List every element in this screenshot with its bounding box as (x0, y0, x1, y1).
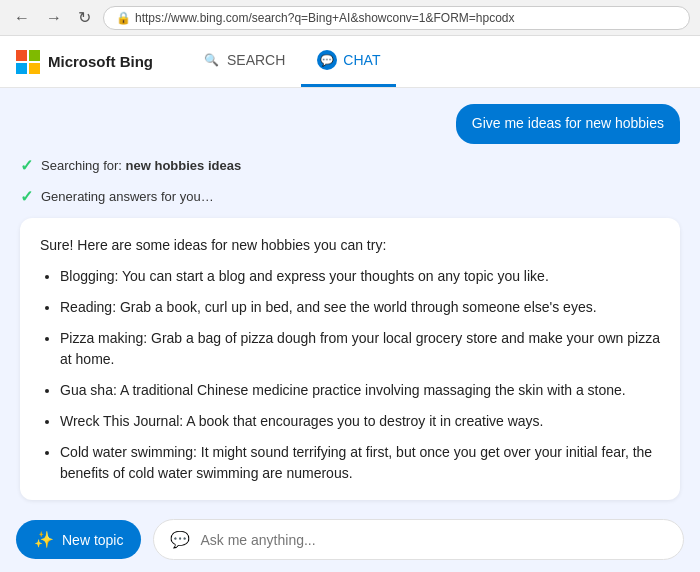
new-topic-button[interactable]: ✨ New topic (16, 520, 141, 559)
tab-chat[interactable]: 💬 CHAT (301, 36, 396, 87)
ai-intro: Sure! Here are some ideas for new hobbie… (40, 234, 660, 256)
ai-hobby-list: Blogging: You can start a blog and expre… (40, 266, 660, 484)
list-item: Gua sha: A traditional Chinese medicine … (60, 380, 660, 401)
forward-button[interactable]: → (42, 7, 66, 29)
bottom-bar: ✨ New topic 💬 (0, 509, 700, 572)
search-query: new hobbies ideas (126, 158, 242, 173)
lock-icon: 🔒 (116, 11, 131, 25)
search-tab-label: SEARCH (227, 52, 285, 68)
search-tab-icon: 🔍 (201, 50, 221, 70)
svg-rect-3 (29, 63, 40, 74)
back-button[interactable]: ← (10, 7, 34, 29)
browser-chrome: ← → ↻ 🔒 https://www.bing.com/search?q=Bi… (0, 0, 700, 36)
user-message-text: Give me ideas for new hobbies (472, 115, 664, 131)
ai-response-card: Sure! Here are some ideas for new hobbie… (20, 218, 680, 500)
list-item: Cold water swimming: It might sound terr… (60, 442, 660, 484)
svg-rect-0 (16, 50, 27, 61)
list-item: Reading: Grab a book, curl up in bed, an… (60, 297, 660, 318)
status-generating: ✓ Generating answers for you… (20, 187, 680, 206)
bing-logo-icon (16, 50, 40, 74)
chat-container: Give me ideas for new hobbies ✓ Searchin… (0, 88, 700, 572)
check-icon-2: ✓ (20, 187, 33, 206)
url-bar[interactable]: 🔒 https://www.bing.com/search?q=Bing+AI&… (103, 6, 690, 30)
status-text-1: Searching for: new hobbies ideas (41, 158, 241, 173)
list-item: Blogging: You can start a blog and expre… (60, 266, 660, 287)
reload-button[interactable]: ↻ (74, 6, 95, 29)
chat-input-bar[interactable]: 💬 (153, 519, 684, 560)
brand-name: Microsoft Bing (48, 53, 153, 70)
user-message-bubble: Give me ideas for new hobbies (456, 104, 680, 144)
tab-search[interactable]: 🔍 SEARCH (185, 36, 301, 87)
chat-tab-label: CHAT (343, 52, 380, 68)
broom-icon: ✨ (34, 530, 54, 549)
status-searching: ✓ Searching for: new hobbies ideas (20, 156, 680, 175)
status-text-2: Generating answers for you… (41, 189, 214, 204)
nav-tabs: 🔍 SEARCH 💬 CHAT (185, 36, 396, 87)
chat-tab-icon: 💬 (317, 50, 337, 70)
url-text: https://www.bing.com/search?q=Bing+AI&sh… (135, 11, 515, 25)
chat-input[interactable] (200, 532, 667, 548)
new-topic-label: New topic (62, 532, 123, 548)
logo-area: Microsoft Bing (16, 50, 153, 74)
svg-rect-1 (29, 50, 40, 61)
svg-rect-2 (16, 63, 27, 74)
chat-messages: Give me ideas for new hobbies ✓ Searchin… (0, 88, 700, 509)
check-icon-1: ✓ (20, 156, 33, 175)
list-item: Pizza making: Grab a bag of pizza dough … (60, 328, 660, 370)
list-item: Wreck This Journal: A book that encourag… (60, 411, 660, 432)
app-header: Microsoft Bing 🔍 SEARCH 💬 CHAT (0, 36, 700, 88)
input-smiley-icon: 💬 (170, 530, 190, 549)
